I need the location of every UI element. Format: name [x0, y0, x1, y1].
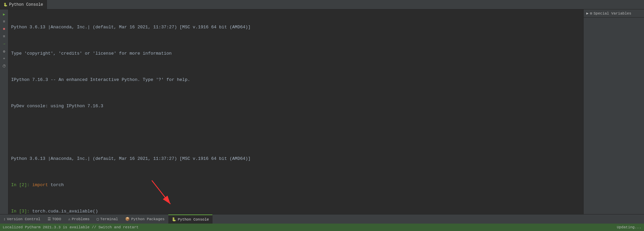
add-button[interactable]: + — [1, 55, 7, 62]
todo-tab[interactable]: ☰ TODO — [44, 214, 65, 224]
align-right-button[interactable]: ≡ — [1, 33, 7, 40]
problems-label: Problems — [72, 217, 90, 221]
version-control-tab[interactable]: ↕ Version Control — [0, 214, 44, 224]
console-line-7: Python 3.6.13 |Anaconda, Inc.| (default,… — [11, 155, 581, 162]
python-console-tab[interactable]: 🐍 Python Console — [0, 0, 47, 9]
python-packages-icon: 📦 — [125, 217, 130, 221]
history-button[interactable]: ⏱ — [1, 63, 7, 69]
version-control-label: Version Control — [7, 217, 40, 221]
console-line-3: IPython 7.16.3 -- An enhanced Interactiv… — [11, 77, 581, 83]
version-control-icon: ↕ — [3, 217, 6, 221]
import-keyword: import — [32, 182, 48, 187]
rerun-button[interactable]: ▶ — [1, 11, 7, 18]
status-bar: Localized PyCharm 2021.3.3 is available … — [0, 224, 644, 231]
import-rest: torch — [48, 182, 64, 187]
special-variables-label: Special Variables — [593, 11, 631, 16]
python-packages-tab[interactable]: 📦 Python Packages — [122, 214, 168, 224]
console-line-4: PyDev console: using IPython 7.16.3 — [11, 103, 581, 110]
console-output: Python 3.6.13 |Anaconda, Inc.| (default,… — [11, 11, 581, 214]
left-toolbar: ▶ ≡ ■ ≡ → ⚙ + ⏱ — [0, 9, 8, 214]
python-console-bottom-label: Python Console — [178, 218, 209, 222]
console-line-1: Python 3.6.13 |Anaconda, Inc.| (default,… — [11, 24, 581, 31]
settings-button[interactable]: ⚙ — [1, 48, 7, 55]
status-text-left: Localized PyCharm 2021.3.3 is available … — [3, 225, 617, 229]
python-console-bottom-tab[interactable]: 🐍 Python Console — [168, 214, 213, 224]
console-line-2: Type 'copyright', 'credits' or 'license'… — [11, 50, 581, 57]
todo-label: TODO — [52, 217, 61, 221]
right-panel-header: ▶ ⊞ Special Variables — [584, 9, 644, 18]
python-console-icon: 🐍 — [172, 217, 176, 222]
terminal-icon: ▢ — [96, 217, 99, 221]
in2-prompt: In [2]: — [11, 182, 32, 187]
console-area[interactable]: Python 3.6.13 |Anaconda, Inc.| (default,… — [8, 9, 583, 214]
right-panel: ▶ ⊞ Special Variables — [583, 9, 644, 214]
problems-tab[interactable]: ⚠ Problems — [65, 214, 93, 224]
console-input-3: In [3]: torch.cuda.is_available() — [11, 208, 581, 214]
problems-icon: ⚠ — [68, 217, 71, 221]
terminal-label: Terminal — [100, 217, 118, 221]
indent-button[interactable]: → — [1, 40, 7, 47]
tab-label: Python Console — [9, 2, 43, 7]
tab-icon: 🐍 — [3, 3, 7, 7]
bottom-tabs: ↕ Version Control ☰ TODO ⚠ Problems ▢ Te… — [0, 214, 644, 224]
stop-button[interactable]: ■ — [1, 26, 7, 32]
todo-icon: ☰ — [48, 217, 51, 221]
align-left-button[interactable]: ≡ — [1, 18, 7, 25]
terminal-tab[interactable]: ▢ Terminal — [93, 214, 121, 224]
console-input-2: In [2]: import torch — [11, 182, 581, 189]
status-text-right: Updating... — [617, 225, 641, 229]
main-content: ▶ ≡ ■ ≡ → ⚙ + ⏱ Python 3.6.13 |Anaconda,… — [0, 9, 644, 214]
grid-icon: ⊞ — [590, 11, 592, 16]
bottom-bar: ↕ Version Control ☰ TODO ⚠ Problems ▢ Te… — [0, 214, 644, 224]
tab-bar: 🐍 Python Console — [0, 0, 644, 9]
python-packages-label: Python Packages — [131, 217, 165, 221]
expand-icon[interactable]: ▶ — [586, 11, 589, 16]
